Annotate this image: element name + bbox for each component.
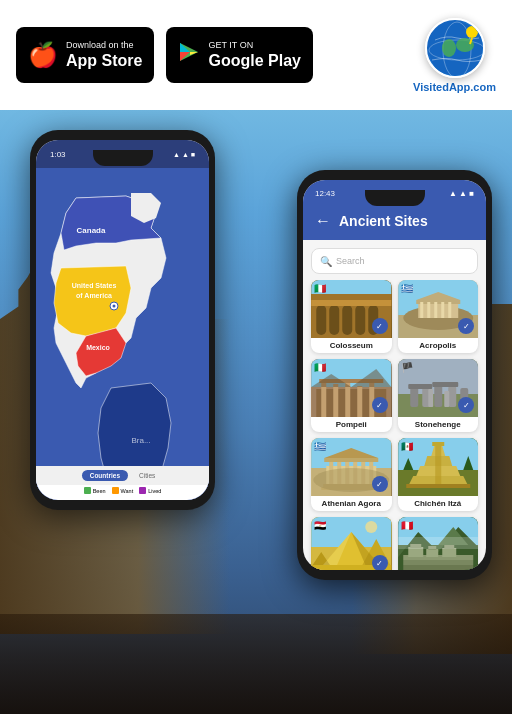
phone-notch-left: [93, 150, 153, 166]
site-card-chichen[interactable]: 🇲🇽 Chichén Itzá: [398, 438, 479, 511]
page-title: Ancient Sites: [339, 213, 428, 229]
site-name-acropolis: Acropolis: [398, 338, 479, 353]
site-flag-chichen: 🇲🇽: [401, 441, 413, 452]
svg-rect-86: [406, 484, 470, 488]
svg-rect-84: [432, 442, 444, 446]
legend-been: Been: [93, 488, 106, 494]
app-store-badge[interactable]: 🍎 Download on the App Store: [16, 27, 154, 83]
site-check-agora: ✓: [372, 476, 388, 492]
phone-screen-right: 12:43 ▲ ▲ ■ ← Ancient Sites 🔍 Search: [303, 180, 486, 570]
site-flag-pompeii: 🇮🇹: [314, 362, 326, 373]
google-play-badge[interactable]: GET IT ON Google Play: [166, 27, 312, 83]
site-card-colosseum[interactable]: 🇮🇹 ✓ Colosseum: [311, 280, 392, 353]
site-image-machu: 🇵🇪: [398, 517, 479, 570]
svg-rect-32: [418, 302, 458, 318]
site-flag-colosseum: 🇮🇹: [314, 283, 326, 294]
svg-text:Canada: Canada: [77, 226, 106, 235]
app-header: ← Ancient Sites: [303, 206, 486, 240]
site-check-colosseum: ✓: [372, 318, 388, 334]
site-check-acropolis: ✓: [458, 318, 474, 334]
svg-rect-104: [403, 560, 473, 565]
svg-rect-110: [442, 548, 456, 557]
map-svg: Canada United States of America Mexico B…: [36, 168, 209, 500]
back-button[interactable]: ←: [315, 212, 331, 230]
site-name-colosseum: Colosseum: [311, 338, 392, 353]
search-placeholder: Search: [336, 256, 365, 266]
app-store-main-label: App Store: [66, 51, 142, 70]
svg-text:United States: United States: [72, 282, 117, 289]
site-card-acropolis[interactable]: 🇬🇷 ✓ Acropolis: [398, 280, 479, 353]
app-store-text: Download on the App Store: [66, 40, 142, 70]
site-flag-stonehenge: 󠁧󠁢󠁥󠁮󠁧󠁿🏴: [401, 362, 413, 373]
right-phone-header-area: 12:43 ▲ ▲ ■ ← Ancient Sites: [303, 180, 486, 240]
phone-screen-left: 1:03 ▲ ▲ ■: [36, 140, 209, 500]
map-tabs: Countries Cities: [36, 466, 209, 485]
svg-rect-54: [410, 387, 418, 407]
svg-text:Bra...: Bra...: [131, 436, 150, 445]
svg-rect-57: [448, 386, 456, 407]
site-name-chichen: Chichén Itzá: [398, 496, 479, 511]
svg-rect-108: [426, 549, 438, 557]
site-card-stonehenge[interactable]: 󠁧󠁢󠁥󠁮󠁧󠁿🏴 ✓ Stonehenge: [398, 359, 479, 432]
svg-rect-37: [441, 302, 444, 318]
site-flag-agora: 🇬🇷: [314, 441, 326, 452]
site-check-pompeii: ✓: [372, 397, 388, 413]
svg-rect-34: [420, 302, 423, 318]
site-image-agora: 🇬🇷 ✓: [311, 438, 392, 496]
phone-left-status-icons: ▲ ▲ ■: [173, 151, 195, 158]
svg-rect-36: [434, 302, 437, 318]
app-store-pre-label: Download on the: [66, 40, 142, 51]
site-card-pyramids[interactable]: 🇪🇬 ✓ Giza Pyramids: [311, 517, 392, 570]
site-card-agora[interactable]: 🇬🇷 ✓ Athenian Agora: [311, 438, 392, 511]
svg-rect-38: [448, 302, 451, 318]
sites-grid: 🇮🇹 ✓ Colosseum: [303, 280, 486, 570]
site-name-agora: Athenian Agora: [311, 496, 392, 511]
phones-area: 1:03 ▲ ▲ ■: [0, 110, 512, 714]
svg-rect-21: [316, 305, 326, 335]
site-image-pyramids: 🇪🇬 ✓: [311, 517, 392, 570]
site-flag-machu: 🇵🇪: [401, 520, 413, 531]
phone-right: 12:43 ▲ ▲ ■ ← Ancient Sites 🔍 Search: [297, 170, 492, 580]
phone-right-status-icons: ▲ ▲ ■: [449, 189, 474, 198]
svg-rect-26: [311, 300, 391, 306]
svg-text:Mexico: Mexico: [86, 344, 110, 351]
search-bar[interactable]: 🔍 Search: [311, 248, 478, 274]
phone-left-time: 1:03: [50, 150, 66, 159]
svg-rect-72: [324, 458, 378, 462]
search-icon: 🔍: [320, 256, 332, 267]
site-flag-acropolis: 🇬🇷: [401, 283, 413, 294]
google-play-icon: [178, 41, 200, 69]
app-logo-area: VisitedApp.com: [413, 18, 496, 93]
svg-rect-44: [333, 384, 338, 417]
phone-left: 1:03 ▲ ▲ ■: [30, 130, 215, 510]
site-image-pompeii: 🇮🇹 ✓: [311, 359, 392, 417]
google-play-main-label: Google Play: [208, 51, 300, 70]
site-image-colosseum: 🇮🇹 ✓: [311, 280, 392, 338]
site-card-machu[interactable]: 🇵🇪 Machu Picchu: [398, 517, 479, 570]
phone-left-bottom-nav: Countries Cities Been Want Lived 🗺 Map: [36, 466, 209, 500]
phone-notch-right: [365, 190, 425, 206]
map-content: Canada United States of America Mexico B…: [36, 168, 209, 500]
bottom-nav-icons: 🗺 Map 📊 🧭 🔖: [36, 496, 209, 500]
google-play-pre-label: GET IT ON: [208, 40, 300, 51]
site-check-stonehenge: ✓: [458, 397, 474, 413]
site-name-pompeii: Pompeii: [311, 417, 392, 432]
top-bar: 🍎 Download on the App Store GET IT ON Go…: [0, 0, 512, 110]
site-image-chichen: 🇲🇽: [398, 438, 479, 496]
svg-rect-35: [427, 302, 430, 318]
legend-want: Want: [121, 488, 134, 494]
svg-rect-61: [428, 389, 433, 407]
svg-rect-85: [435, 446, 441, 488]
svg-point-7: [442, 39, 456, 57]
site-flag-pyramids: 🇪🇬: [314, 520, 326, 531]
countries-tab[interactable]: Countries: [82, 470, 128, 481]
google-play-text: GET IT ON Google Play: [208, 40, 300, 70]
cities-tab[interactable]: Cities: [131, 470, 163, 481]
apple-icon: 🍎: [28, 41, 58, 69]
site-name-stonehenge: Stonehenge: [398, 417, 479, 432]
svg-rect-112: [398, 537, 478, 549]
svg-text:of America: of America: [76, 292, 112, 299]
site-card-pompeii[interactable]: 🇮🇹 ✓ Pompeii: [311, 359, 392, 432]
svg-rect-56: [434, 385, 442, 407]
svg-point-98: [365, 521, 377, 533]
